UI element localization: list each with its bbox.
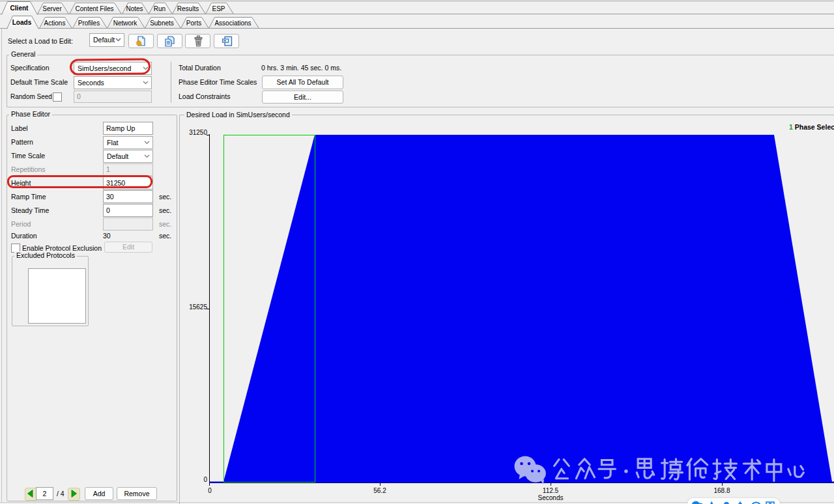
svg-text:Subnets: Subnets: [150, 20, 174, 27]
svg-text:Seconds: Seconds: [538, 494, 564, 501]
svg-text:Network: Network: [113, 20, 138, 27]
svg-text:Run: Run: [154, 5, 165, 12]
svg-text:0: 0: [208, 487, 212, 494]
svg-text:56.2: 56.2: [373, 487, 386, 494]
svg-text:Results: Results: [177, 5, 199, 12]
svg-text:Ports: Ports: [186, 20, 201, 27]
svg-text:0: 0: [203, 476, 207, 483]
svg-text:168.8: 168.8: [713, 487, 730, 494]
svg-text:112.5: 112.5: [543, 487, 559, 494]
svg-text:Profiles: Profiles: [78, 20, 100, 27]
svg-text:Associations: Associations: [214, 20, 251, 27]
svg-text:ESP: ESP: [212, 5, 225, 12]
svg-text:31250: 31250: [189, 129, 207, 136]
svg-text:Notes: Notes: [126, 5, 143, 12]
svg-text:Server: Server: [42, 5, 62, 12]
svg-text:Loads: Loads: [12, 19, 32, 26]
svg-text:15625: 15625: [189, 303, 207, 311]
svg-text:Content Files: Content Files: [76, 5, 114, 12]
svg-text:Actions: Actions: [44, 20, 66, 27]
svg-text:Client: Client: [10, 5, 29, 12]
